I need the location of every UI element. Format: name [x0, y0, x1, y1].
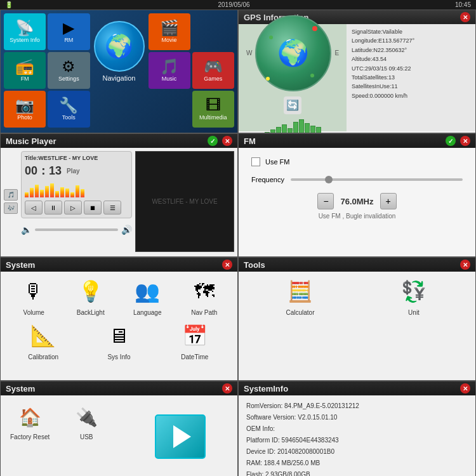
unit-icon: 💱: [397, 275, 430, 308]
home-item-navigation[interactable]: 🌍 Navigation: [92, 13, 147, 89]
home-item-photo[interactable]: 📷 Photo: [4, 91, 46, 128]
bottom-system-title: System: [6, 384, 35, 393]
music-panel-header: Music Player ✓ ✕: [1, 134, 237, 148]
home-item-sysinfo[interactable]: 📡 System Info: [4, 13, 46, 50]
home-item-music[interactable]: 🎵 Music: [149, 52, 190, 89]
navpath-icon: 🗺: [188, 275, 221, 308]
home-item-games[interactable]: 🎮 Games: [192, 52, 234, 89]
photo-icon: 📷: [15, 98, 34, 113]
system-item-calibration[interactable]: 📐 Calibration: [20, 319, 66, 360]
tools-item-calculator[interactable]: 🧮 Calculator: [277, 275, 323, 316]
bottom-system-panel: System ✕ 🏠 Factory Reset 🔌 USB: [0, 381, 238, 476]
prev-button[interactable]: ◁: [25, 201, 43, 215]
fm-freq-control: − 76.0MHz +: [251, 193, 463, 209]
usb-item[interactable]: 🔌 USB: [69, 402, 104, 440]
bottom-system-header: System ✕: [1, 381, 237, 395]
home-item-movie[interactable]: 🎬 Movie: [149, 13, 190, 50]
volume-up-icon: 🔊: [121, 225, 132, 235]
music-content: 🎵 🎶 Title:WESTLIFE - MY LOVE 00：13 Play: [1, 148, 237, 255]
fm-use-checkbox[interactable]: [251, 157, 260, 166]
calculator-icon: 🧮: [284, 275, 317, 308]
fm-note: Use FM , Bugle invalidation: [251, 213, 463, 220]
fm-check-button[interactable]: ✓: [446, 136, 456, 146]
pause-button[interactable]: ⏸: [44, 201, 62, 215]
stop-button[interactable]: ⏹: [84, 201, 102, 215]
fm-decrease-button[interactable]: −: [317, 193, 334, 209]
time-display: 10:45: [455, 1, 471, 8]
settings-icon: ⚙: [62, 59, 76, 74]
systeminfo-close-button[interactable]: ✕: [460, 383, 470, 393]
fm-freq-value: 76.0MHz: [340, 197, 373, 206]
home-item-rm[interactable]: ▶ RM: [48, 13, 89, 50]
home-panel: 📡 System Info ▶ RM 🌍 Navigation 🎬 Movie: [0, 10, 238, 133]
nav-globe: 🌍: [94, 21, 145, 72]
volume-sys-icon: 🎙: [17, 275, 50, 308]
system-item-navpath[interactable]: 🗺 Nav Path: [182, 275, 227, 316]
language-icon: 👥: [131, 275, 164, 308]
system-icons-grid: 🎙 Volume 💡 BackLight 👥 Language 🗺 Nav Pa…: [1, 272, 237, 364]
tools-close-button[interactable]: ✕: [460, 260, 470, 270]
system-close-button[interactable]: ✕: [222, 260, 232, 270]
gps-content: W 🌍 E 🔄: [239, 24, 475, 131]
bottom-system-close-button[interactable]: ✕: [222, 383, 232, 393]
fm-content: Use FM Frequency − 76.0MHz + Use FM , Bu…: [239, 148, 475, 255]
fm-frequency-label: Frequency: [251, 176, 284, 183]
games-icon: 🎮: [204, 59, 223, 74]
fm-panel-title: FM: [244, 136, 256, 146]
music-info-panel: Title:WESTLIFE - MY LOVE 00：13 Play: [21, 151, 132, 218]
music-time-display: 00：13 Play: [25, 163, 128, 178]
systeminfo-panel: SystemInfo ✕ RomVersion: 84.PM_A9.E-5.02…: [238, 381, 476, 476]
music-side-icon2[interactable]: 🎶: [4, 202, 18, 214]
music-play-status: Play: [67, 168, 80, 175]
fm-frequency-slider[interactable]: [291, 178, 463, 181]
music-track-title: Title:WESTLIFE - MY LOVE: [25, 155, 128, 161]
sysinfo-software: Software Version: V2.0.15.01.10: [246, 412, 468, 423]
seek-bar[interactable]: [35, 228, 118, 231]
play-triangle-icon: [173, 425, 191, 448]
systeminfo-header: SystemInfo ✕: [239, 381, 475, 395]
sysinfo-icon: 📡: [15, 20, 34, 36]
system-item-datetime[interactable]: 📅 DateTime: [172, 319, 218, 360]
system-item-sysinfo[interactable]: 🖥 Sys Info: [96, 319, 142, 360]
system-panel-title: System: [6, 260, 35, 270]
gps-refresh-button[interactable]: 🔄: [284, 96, 301, 114]
system-item-language[interactable]: 👥 Language: [124, 275, 170, 316]
fm-use-row: Use FM: [251, 157, 463, 166]
sysinfo-content: RomVersion: 84.PM_A9.E-5.020131212 Softw…: [239, 395, 475, 476]
top-bar: 🔋 2019/05/06 10:45: [0, 0, 476, 10]
sysinfo-ram: RAM: 188.4 MB/256.0 MB: [246, 458, 468, 469]
gps-close-button[interactable]: ✕: [460, 12, 470, 22]
music-side-icon1[interactable]: 🎵: [4, 189, 18, 201]
music-equalizer: [25, 182, 128, 197]
system-panel: System ✕ 🎙 Volume 💡 BackLight 👥 Language…: [0, 257, 238, 381]
sysinfo-sys-icon: 🖥: [102, 319, 135, 352]
fm-increase-button[interactable]: +: [380, 193, 397, 209]
music-check-button[interactable]: ✓: [208, 136, 218, 146]
factory-reset-icon: 🏠: [12, 402, 48, 432]
music-close-button[interactable]: ✕: [222, 136, 232, 146]
music-panel-title: Music Player: [6, 136, 56, 146]
system-item-volume[interactable]: 🎙 Volume: [11, 275, 56, 316]
home-item-settings[interactable]: ⚙ Settings: [48, 52, 89, 89]
tools-item-unit[interactable]: 💱 Unit: [391, 275, 437, 316]
album-text: WESTLIFE - MY LOVE: [152, 198, 217, 205]
fm-slider-thumb: [325, 176, 333, 183]
fm-close-button[interactable]: ✕: [460, 136, 470, 146]
system-item-backlight[interactable]: 💡 BackLight: [68, 275, 114, 316]
factory-reset-item[interactable]: 🏠 Factory Reset: [10, 402, 50, 440]
tools-panel: Tools ✕ 🧮 Calculator 💱 Unit: [238, 257, 476, 381]
home-item-tools[interactable]: 🔧 Tools: [48, 91, 89, 128]
home-grid: 📡 System Info ▶ RM 🌍 Navigation 🎬 Movie: [4, 13, 234, 128]
volume-icon: 🔈: [21, 225, 32, 235]
media-play-tile[interactable]: [155, 414, 206, 459]
home-item-fm[interactable]: 📻 FM: [4, 52, 46, 89]
sysinfo-flash: Flash: 2.93GB/8.00GB: [246, 469, 468, 476]
backlight-icon: 💡: [74, 275, 107, 308]
music-album-art: WESTLIFE - MY LOVE: [135, 151, 234, 252]
next-button[interactable]: ▷: [64, 201, 82, 215]
home-item-multimedia[interactable]: 🎞 Multimedia: [192, 91, 234, 128]
multimedia-icon: 🎞: [206, 98, 221, 113]
playlist-button[interactable]: ☰: [103, 201, 121, 215]
home-item-empty2: [92, 91, 147, 128]
main-grid: 📡 System Info ▶ RM 🌍 Navigation 🎬 Movie: [0, 10, 476, 476]
